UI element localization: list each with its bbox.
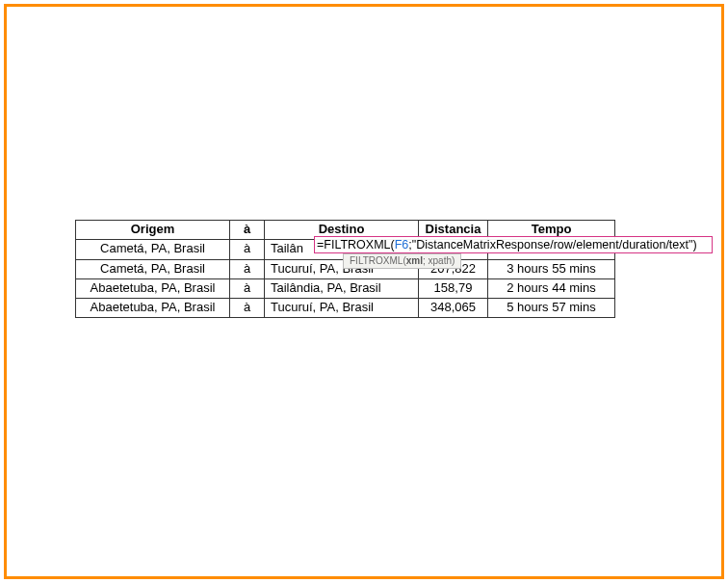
tooltip-suffix: ; xpath) [423, 255, 455, 266]
formula-tooltip: FILTROXML(xml; xpath) [343, 253, 461, 269]
col-header-a: à [230, 221, 265, 240]
cell-origem: Abaetetuba, PA, Brasil [76, 278, 230, 298]
table-row: Abaetetuba, PA, Brasil à Tailândia, PA, … [76, 278, 615, 298]
cell-origem: Cametá, PA, Brasil [76, 240, 230, 259]
cell-a: à [230, 259, 265, 278]
table-row: Abaetetuba, PA, Brasil à Tucuruí, PA, Br… [76, 299, 615, 318]
cell-tempo: 2 hours 44 mins [488, 278, 615, 298]
cell-dist: 158,79 [419, 278, 488, 298]
cell-a: à [230, 240, 265, 259]
formula-close: ) [692, 238, 696, 252]
cell-origem: Abaetetuba, PA, Brasil [76, 299, 230, 318]
tooltip-prefix: FILTROXML( [350, 255, 406, 266]
cell-origem: Cametá, PA, Brasil [76, 259, 230, 278]
formula-cellref: F6 [395, 238, 409, 252]
cell-a: à [230, 278, 265, 298]
formula-function: FILTROXML [324, 238, 390, 252]
cell-dist: 348,065 [419, 299, 488, 318]
tooltip-active-arg: xml [406, 255, 423, 266]
cell-destino: Tucuruí, PA, Brasil [265, 299, 419, 318]
col-header-origem: Origem [76, 221, 230, 240]
formula-arg2: "DistanceMatrixResponse/row/element/dura… [412, 238, 693, 252]
spreadsheet-table-wrapper: Origem à Destino Distancia Tempo Cametá,… [75, 220, 614, 318]
cell-a: à [230, 299, 265, 318]
cell-tempo: 3 hours 55 mins [488, 259, 615, 278]
cell-destino: Tailândia, PA, Brasil [265, 278, 419, 298]
cell-tempo: 5 hours 57 mins [488, 299, 615, 318]
formula-editor[interactable]: =FILTROXML(F6;"DistanceMatrixResponse/ro… [314, 236, 713, 253]
distance-table: Origem à Destino Distancia Tempo Cametá,… [75, 220, 615, 318]
